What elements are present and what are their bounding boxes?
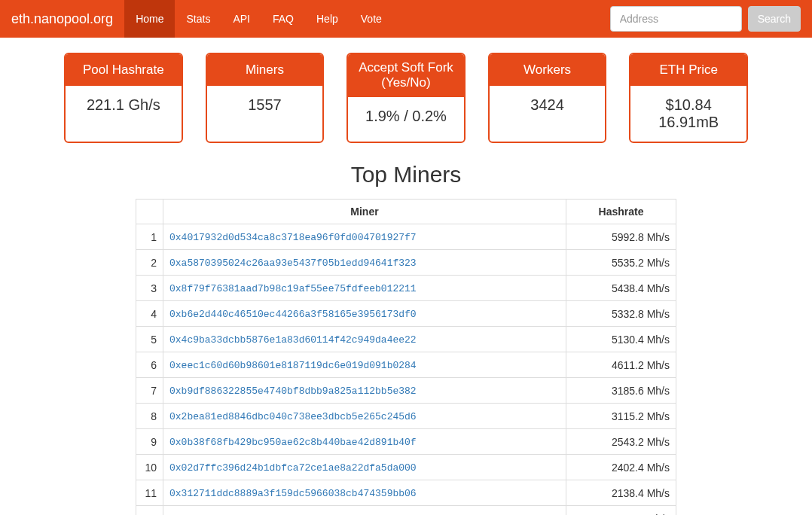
miner-link[interactable]: 0x0b38f68fb429bc950ae62c8b440bae42d891b4…: [169, 437, 417, 448]
miner-cell: 0x02d7ffc396d24b1dbfca72ce1ae8a22dfa5da0…: [163, 455, 566, 480]
stat-card-4: ETH Price$10.84 16.91mB: [629, 53, 748, 143]
rank-cell: 2: [136, 250, 163, 276]
hashrate-cell: 5438.4 Mh/s: [566, 276, 676, 301]
search-button[interactable]: Search: [748, 6, 801, 32]
table-row: 10x4017932d0d534ca8c3718ea96f0fd00470192…: [136, 224, 676, 250]
stat-card-1: Miners1557: [206, 53, 325, 143]
hashrate-cell: 5992.8 Mh/s: [566, 224, 676, 250]
miner-cell: 0x2bea81ed8846dbc040c738ee3dbcb5e265c245…: [163, 404, 566, 429]
stat-value: 3424: [490, 86, 606, 124]
miner-link[interactable]: 0x2bea81ed8846dbc040c738ee3dbcb5e265c245…: [169, 411, 417, 422]
search-input[interactable]: [610, 6, 742, 32]
hashrate-cell: 1786.4 Mh/s: [566, 506, 676, 516]
stat-value: 1.9% / 0.2%: [348, 97, 464, 136]
rank-cell: 3: [136, 276, 163, 301]
col-miner: Miner: [163, 200, 566, 224]
miner-cell: 0x312711ddc8889a3f159dc5966038cb474359bb…: [163, 480, 566, 506]
miner-cell: 0xb6e2d440c46510ec44266a3f58165e3956173d…: [163, 301, 566, 327]
table-row: 20xa5870395024c26aa93e5437f05b1edd94641f…: [136, 250, 676, 276]
miner-cell: 0xa5713ea0c7f9d45e42227d24e88cb47db5f0c8…: [163, 506, 566, 516]
miner-link[interactable]: 0xa5870395024c26aa93e5437f05b1edd94641f3…: [169, 258, 417, 269]
stat-value: 1557: [207, 86, 323, 124]
table-row: 100x02d7ffc396d24b1dbfca72ce1ae8a22dfa5d…: [136, 455, 676, 480]
rank-cell: 7: [136, 378, 163, 404]
stat-label: Pool Hashrate: [66, 54, 182, 86]
table-row: 90x0b38f68fb429bc950ae62c8b440bae42d891b…: [136, 429, 676, 455]
stat-card-3: Workers3424: [488, 53, 607, 143]
table-row: 60xeec1c60d60b98601e8187119dc6e019d091b0…: [136, 352, 676, 378]
table-row: 70xb9df886322855e4740bf8dbb9a825a112bb5e…: [136, 378, 676, 404]
rank-cell: 1: [136, 224, 163, 250]
hashrate-cell: 3115.2 Mh/s: [566, 404, 676, 429]
rank-cell: 10: [136, 455, 163, 480]
rank-cell: 11: [136, 480, 163, 506]
col-rank: [136, 200, 163, 224]
hashrate-cell: 2543.2 Mh/s: [566, 429, 676, 455]
table-row: 110x312711ddc8889a3f159dc5966038cb474359…: [136, 480, 676, 506]
miner-cell: 0x8f79f76381aad7b98c19af55ee75fdfeeb0122…: [163, 276, 566, 301]
brand[interactable]: eth.nanopool.org: [0, 0, 124, 38]
table-row: 50x4c9ba33dcbb5876e1a83d60114f42c949da4e…: [136, 327, 676, 352]
rank-cell: 12: [136, 506, 163, 516]
stat-label: Workers: [490, 54, 606, 86]
nav-items: HomeStatsAPIFAQHelpVote: [124, 0, 606, 38]
miner-cell: 0xeec1c60d60b98601e8187119dc6e019d091b02…: [163, 352, 566, 378]
hashrate-cell: 4611.2 Mh/s: [566, 352, 676, 378]
col-hashrate: Hashrate: [566, 200, 676, 224]
stat-card-0: Pool Hashrate221.1 Gh/s: [64, 53, 183, 143]
miner-cell: 0x0b38f68fb429bc950ae62c8b440bae42d891b4…: [163, 429, 566, 455]
miner-link[interactable]: 0xb6e2d440c46510ec44266a3f58165e3956173d…: [169, 309, 417, 320]
hashrate-cell: 5535.2 Mh/s: [566, 250, 676, 276]
miner-link[interactable]: 0x4017932d0d534ca8c3718ea96f0fd004701927…: [169, 232, 417, 243]
hashrate-cell: 5130.4 Mh/s: [566, 327, 676, 352]
rank-cell: 4: [136, 301, 163, 327]
stat-value: 221.1 Gh/s: [66, 86, 182, 124]
miner-cell: 0xa5870395024c26aa93e5437f05b1edd94641f3…: [163, 250, 566, 276]
navbar: eth.nanopool.org HomeStatsAPIFAQHelpVote…: [0, 0, 812, 38]
table-row: 40xb6e2d440c46510ec44266a3f58165e3956173…: [136, 301, 676, 327]
miner-cell: 0x4017932d0d534ca8c3718ea96f0fd004701927…: [163, 224, 566, 250]
rank-cell: 6: [136, 352, 163, 378]
hashrate-cell: 3185.6 Mh/s: [566, 378, 676, 404]
miner-cell: 0x4c9ba33dcbb5876e1a83d60114f42c949da4ee…: [163, 327, 566, 352]
nav-item-help[interactable]: Help: [305, 0, 350, 38]
top-miners-tbody: 10x4017932d0d534ca8c3718ea96f0fd00470192…: [136, 224, 676, 516]
hashrate-cell: 5332.8 Mh/s: [566, 301, 676, 327]
stat-value: $10.84 16.91mB: [630, 86, 746, 142]
rank-cell: 5: [136, 327, 163, 352]
table-row: 120xa5713ea0c7f9d45e42227d24e88cb47db5f0…: [136, 506, 676, 516]
miner-link[interactable]: 0x02d7ffc396d24b1dbfca72ce1ae8a22dfa5da0…: [169, 462, 417, 474]
nav-item-faq[interactable]: FAQ: [261, 0, 305, 38]
nav-item-api[interactable]: API: [221, 0, 261, 38]
nav-item-vote[interactable]: Vote: [350, 0, 393, 38]
miner-link[interactable]: 0x312711ddc8889a3f159dc5966038cb474359bb…: [169, 488, 417, 499]
stats-row: Pool Hashrate221.1 Gh/sMiners1557Accept …: [0, 38, 812, 158]
stat-label: Miners: [207, 54, 323, 86]
hashrate-cell: 2402.4 Mh/s: [566, 455, 676, 480]
rank-cell: 9: [136, 429, 163, 455]
miner-link[interactable]: 0x8f79f76381aad7b98c19af55ee75fdfeeb0122…: [169, 283, 417, 294]
top-miners-table-wrap: Miner Hashrate 10x4017932d0d534ca8c3718e…: [0, 199, 812, 515]
miner-cell: 0xb9df886322855e4740bf8dbb9a825a112bb5e3…: [163, 378, 566, 404]
table-row: 30x8f79f76381aad7b98c19af55ee75fdfeeb012…: [136, 276, 676, 301]
rank-cell: 8: [136, 404, 163, 429]
miner-link[interactable]: 0xb9df886322855e4740bf8dbb9a825a112bb5e3…: [169, 385, 417, 397]
stat-card-2: Accept Soft Fork (Yes/No)1.9% / 0.2%: [346, 53, 466, 143]
stat-label: Accept Soft Fork (Yes/No): [348, 54, 464, 97]
nav-search-area: Search: [606, 0, 804, 38]
top-miners-table: Miner Hashrate 10x4017932d0d534ca8c3718e…: [136, 199, 676, 515]
stat-label: ETH Price: [630, 54, 746, 86]
miner-link[interactable]: 0x4c9ba33dcbb5876e1a83d60114f42c949da4ee…: [169, 334, 417, 346]
hashrate-cell: 2138.4 Mh/s: [566, 480, 676, 506]
section-title: Top Miners: [0, 162, 812, 187]
nav-item-stats[interactable]: Stats: [175, 0, 221, 38]
miner-link[interactable]: 0xeec1c60d60b98601e8187119dc6e019d091b02…: [169, 360, 417, 371]
table-row: 80x2bea81ed8846dbc040c738ee3dbcb5e265c24…: [136, 404, 676, 429]
nav-item-home[interactable]: Home: [124, 0, 175, 38]
